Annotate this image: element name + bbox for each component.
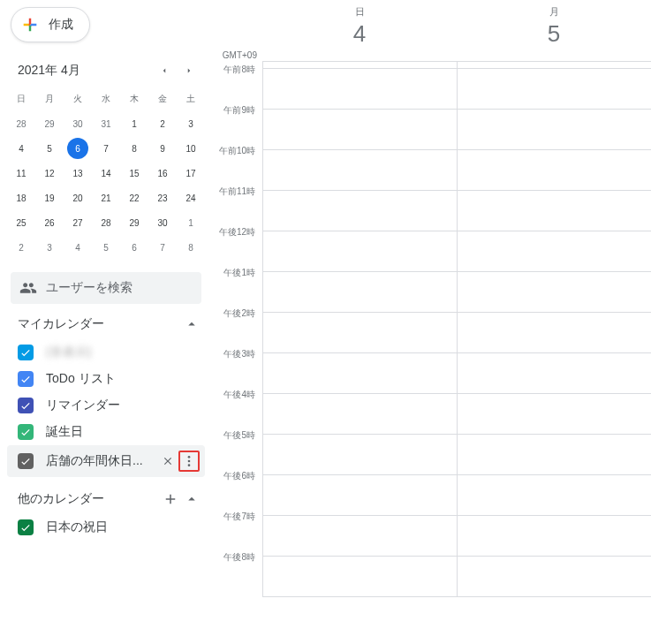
minical-day[interactable]: 18 (7, 186, 35, 210)
hour-cell[interactable] (457, 557, 651, 597)
minical-day[interactable]: 28 (92, 210, 120, 235)
minical-day[interactable]: 8 (177, 235, 205, 260)
hour-cell[interactable] (457, 69, 651, 110)
minical-day[interactable]: 14 (92, 161, 120, 186)
day-header-mon[interactable]: 月 5 (457, 0, 651, 62)
minical-day[interactable]: 12 (35, 161, 64, 186)
calendar-item[interactable]: 店舗の年間休日... (7, 445, 205, 477)
hour-cell[interactable] (457, 313, 651, 353)
hour-cell[interactable] (457, 62, 651, 69)
hour-cell[interactable] (457, 272, 651, 313)
hour-cell[interactable] (262, 557, 457, 597)
minical-day[interactable]: 5 (92, 235, 120, 260)
hour-cell[interactable] (457, 394, 651, 435)
calendar-item[interactable]: 誕生日 (7, 419, 205, 445)
minical-day[interactable]: 5 (35, 136, 64, 161)
hour-cell[interactable] (457, 110, 651, 150)
minical-day[interactable]: 11 (7, 161, 35, 186)
minical-day[interactable]: 27 (64, 210, 92, 235)
minical-day[interactable]: 19 (35, 186, 64, 210)
other-calendars-list: 日本の祝日 (7, 512, 205, 542)
hour-cell[interactable] (262, 394, 457, 435)
svg-point-2 (188, 464, 191, 466)
minical-day[interactable]: 6 (120, 235, 148, 260)
minical-day[interactable]: 15 (120, 161, 148, 186)
next-month-button[interactable] (178, 60, 200, 81)
hour-cell[interactable] (262, 62, 457, 69)
add-icon[interactable] (163, 491, 178, 507)
calendar-item[interactable]: リマインダー (7, 392, 205, 419)
calendar-checkbox[interactable] (18, 424, 34, 440)
hour-cell[interactable] (262, 191, 457, 231)
minical-day[interactable]: 9 (148, 136, 177, 161)
hour-grid[interactable]: 午前7時午前8時午前9時午前10時午前11時午後12時午後1時午後2時午後3時午… (213, 62, 651, 597)
calendar-checkbox[interactable] (18, 519, 34, 535)
prev-month-button[interactable] (154, 60, 175, 81)
minical-day[interactable]: 30 (64, 111, 92, 136)
hour-cell[interactable] (457, 435, 651, 475)
minical-day[interactable]: 2 (148, 111, 177, 136)
minical-day[interactable]: 31 (92, 111, 120, 136)
minical-day[interactable]: 3 (177, 111, 205, 136)
hour-cell[interactable] (262, 110, 457, 150)
calendar-item[interactable]: 日本の祝日 (7, 514, 205, 541)
minical-day[interactable]: 23 (148, 186, 177, 210)
hour-cell[interactable] (262, 272, 457, 313)
minical-day[interactable]: 1 (120, 111, 148, 136)
hour-label: 午後7時 (213, 511, 262, 551)
minical-day[interactable]: 6 (64, 136, 92, 161)
hour-cell[interactable] (262, 435, 457, 475)
hour-cell[interactable] (457, 191, 651, 231)
calendar-checkbox[interactable] (18, 453, 34, 469)
minical-day[interactable]: 4 (64, 235, 92, 260)
search-users-button[interactable]: ユーザーを検索 (11, 272, 201, 304)
my-calendars-header[interactable]: マイカレンダー (7, 304, 205, 337)
hour-cell[interactable] (262, 475, 457, 516)
create-button[interactable]: 作成 (11, 7, 90, 42)
hour-cell[interactable] (457, 516, 651, 557)
minical-day[interactable]: 7 (148, 235, 177, 260)
minical-day[interactable]: 25 (7, 210, 35, 235)
calendar-options-button[interactable] (178, 451, 200, 472)
day-header-sun[interactable]: 日 4 (262, 0, 457, 62)
minical-day[interactable]: 29 (120, 210, 148, 235)
minical-day[interactable]: 4 (7, 136, 35, 161)
hour-cell[interactable] (262, 69, 457, 110)
calendar-checkbox[interactable] (18, 345, 34, 360)
people-icon (19, 279, 37, 297)
minical-day[interactable]: 2 (7, 235, 35, 260)
calendar-checkbox[interactable] (18, 371, 34, 387)
minical-day[interactable]: 30 (148, 210, 177, 235)
minical-day[interactable]: 28 (7, 111, 35, 136)
minical-day[interactable]: 26 (35, 210, 64, 235)
minical-day[interactable]: 1 (177, 210, 205, 235)
hour-label: 午後6時 (213, 470, 262, 511)
hour-cell[interactable] (262, 353, 457, 394)
minical-day[interactable]: 16 (148, 161, 177, 186)
minical-day[interactable]: 17 (177, 161, 205, 186)
hour-cell[interactable] (457, 231, 651, 272)
minical-day[interactable]: 8 (120, 136, 148, 161)
hour-cell[interactable] (262, 231, 457, 272)
calendar-item[interactable]: ToDo リスト (7, 366, 205, 392)
remove-calendar-button[interactable] (159, 452, 177, 470)
minical-day[interactable]: 24 (177, 186, 205, 210)
hour-cell[interactable] (262, 313, 457, 353)
minical-day[interactable]: 22 (120, 186, 148, 210)
minical-day[interactable]: 10 (177, 136, 205, 161)
hour-cell[interactable] (457, 353, 651, 394)
hour-cell[interactable] (262, 516, 457, 557)
hour-cell[interactable] (262, 150, 457, 191)
minical-day[interactable]: 13 (64, 161, 92, 186)
calendar-checkbox[interactable] (18, 398, 34, 413)
minical-day[interactable]: 29 (35, 111, 64, 136)
day-header-row: GMT+09 日 4 月 5 (213, 0, 651, 62)
hour-cell[interactable] (457, 475, 651, 516)
minical-day[interactable]: 7 (92, 136, 120, 161)
minical-day[interactable]: 21 (92, 186, 120, 210)
calendar-item[interactable]: (非表示) (7, 339, 205, 366)
minical-day[interactable]: 3 (35, 235, 64, 260)
hour-cell[interactable] (457, 150, 651, 191)
other-calendars-header[interactable]: 他のカレンダー (7, 479, 205, 512)
minical-day[interactable]: 20 (64, 186, 92, 210)
